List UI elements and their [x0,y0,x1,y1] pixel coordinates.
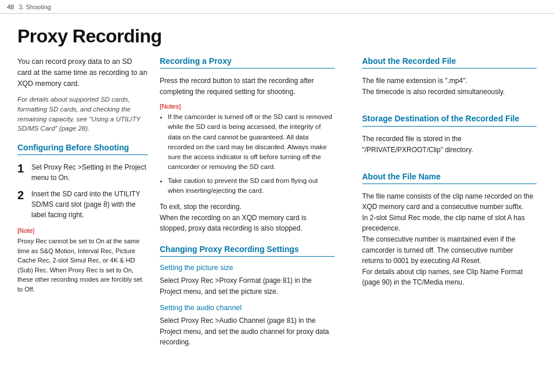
recording-body1: Press the record button to start the rec… [160,75,334,97]
file-name-heading: About the File Name [362,172,537,184]
chapter-label: 3. Shooting [19,3,51,10]
page-title: Proxy Recording [17,26,537,47]
step-2-text: Insert the SD card into the UTILITY SD/M… [31,189,148,220]
bullet-2: Take caution to prevent the SD card from… [168,176,334,196]
note-block: [Note] Proxy Rec cannot be set to On at … [17,226,148,294]
recording-heading: Recording a Proxy [160,56,334,69]
intro-italic-note: For details about supported SD cards, fo… [17,95,148,134]
about-recorded-body: The file name extension is ".mp4". The t… [362,75,537,97]
picture-size-heading: Setting the picture size [160,264,334,272]
step-1-text: Set Proxy Rec >Setting in the Project me… [31,162,148,183]
changing-heading: Changing Proxy Recording Settings [160,244,334,257]
step-1-number: 1 [17,162,27,183]
note-label: [Note] [17,226,148,236]
far-right-column: About the Recorded File The file name ex… [348,56,537,354]
configuring-heading: Configuring Before Shooting [17,143,148,155]
audio-channel-heading: Setting the audio channel [160,304,334,312]
recording-body2: To exit, stop the recording. When the re… [160,202,334,234]
notes-bullets: If the camcorder is turned off or the SD… [160,112,334,196]
bullet-1: If the camcorder is turned off or the SD… [168,112,334,172]
page-number: 48 [7,3,14,10]
about-recorded-heading: About the Recorded File [362,56,537,69]
top-bar: 48 3. Shooting [0,0,554,14]
audio-channel-text: Select Proxy Rec >Audio Channel (page 81… [160,315,334,348]
intro-main-text: You can record proxy data to an SD card … [17,56,148,89]
storage-body: The recorded file is stored in the "/PRI… [362,134,537,155]
step-1-block: 1 Set Proxy Rec >Setting in the Project … [17,162,148,183]
middle-column: Recording a Proxy Press the record butto… [160,56,348,354]
notes-label: [Notes] [160,103,334,110]
step-2-number: 2 [17,189,27,220]
note-text: Proxy Rec cannot be set to On at the sam… [17,236,148,294]
file-name-body: The file name consists of the clip name … [362,191,537,288]
left-column: You can record proxy data to an SD card … [17,56,160,354]
page-content: Proxy Recording You can record proxy dat… [0,14,554,365]
picture-size-text: Select Proxy Rec >Proxy Format (page 81)… [160,275,334,297]
step-2-block: 2 Insert the SD card into the UTILITY SD… [17,189,148,220]
storage-heading: Storage Destination of the Recorded File [362,113,537,127]
